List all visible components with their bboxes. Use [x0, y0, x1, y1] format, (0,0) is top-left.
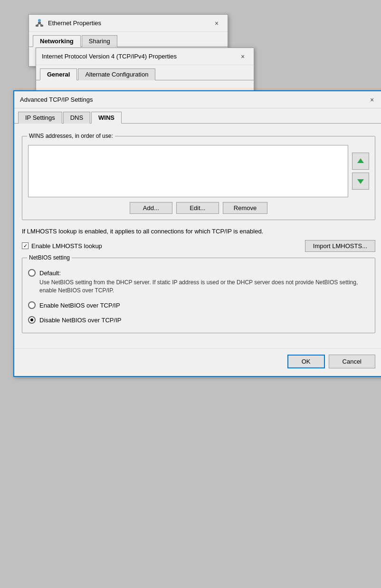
ethernet-title-bar: Ethernet Properties × — [29, 15, 228, 32]
ok-button[interactable]: OK — [287, 355, 325, 368]
radio-default-desc: Use NetBIOS setting from the DHCP server… — [39, 279, 369, 295]
svg-line-4 — [39, 24, 42, 25]
radio-enable-label: Enable NetBIOS over TCP/IP — [39, 301, 120, 310]
wins-section-title: WINS addresses, in order of use: — [27, 133, 115, 139]
wins-arrow-down-button[interactable] — [352, 173, 369, 190]
ipv4-tabs: General Alternate Configuration — [36, 65, 254, 80]
page-container: Ethernet Properties × Networking Sharing… — [10, 10, 371, 588]
tab-wins[interactable]: WINS — [91, 112, 122, 124]
ipv4-title-bar: Internet Protocol Version 4 (TCP/IPv4) P… — [36, 48, 254, 65]
ipv4-title-text: Internet Protocol Version 4 (TCP/IPv4) P… — [42, 53, 177, 60]
svg-rect-2 — [40, 25, 43, 27]
svg-point-5 — [38, 19, 41, 22]
wins-arrows — [352, 145, 369, 197]
svg-marker-7 — [357, 179, 364, 184]
advanced-title-bar: Advanced TCP/IP Settings × — [14, 91, 381, 108]
radio-default-row: Default: Use NetBIOS setting from the DH… — [28, 269, 369, 295]
tab-dns[interactable]: DNS — [63, 112, 90, 124]
tab-ip-settings[interactable]: IP Settings — [18, 112, 62, 124]
arrow-up-icon — [356, 157, 365, 165]
tab-general[interactable]: General — [40, 68, 77, 80]
svg-line-3 — [37, 24, 39, 25]
ethernet-tabs: Networking Sharing — [29, 32, 228, 47]
radio-disable-label: Disable NetBIOS over TCP/IP — [39, 316, 121, 325]
enable-lmhosts-text: Enable LMHOSTS lookup — [31, 242, 102, 250]
lmhosts-row: ✓ Enable LMHOSTS lookup Import LMHOSTS..… — [22, 240, 375, 252]
radio-disable-row: Disable NetBIOS over TCP/IP — [28, 316, 369, 325]
wins-add-button[interactable]: Add... — [130, 202, 172, 214]
enable-lmhosts-checkbox[interactable]: ✓ — [22, 242, 29, 249]
wins-listbox[interactable] — [28, 145, 348, 197]
wins-addresses-section: WINS addresses, in order of use: — [22, 136, 375, 220]
advanced-title-text: Advanced TCP/IP Settings — [20, 96, 93, 103]
svg-rect-0 — [36, 25, 38, 27]
wins-list-area — [28, 145, 369, 197]
wins-edit-button[interactable]: Edit... — [176, 202, 219, 214]
network-icon — [35, 19, 44, 28]
lmhosts-info-text: If LMHOSTS lookup is enabled, it applies… — [22, 227, 375, 236]
cancel-button[interactable]: Cancel — [329, 355, 375, 368]
tab-sharing[interactable]: Sharing — [82, 35, 117, 47]
advanced-tabs: IP Settings DNS WINS — [14, 108, 381, 124]
enable-lmhosts-label[interactable]: ✓ Enable LMHOSTS lookup — [22, 242, 102, 250]
ethernet-title-left: Ethernet Properties — [35, 19, 101, 28]
advanced-tcpip-window: Advanced TCP/IP Settings × IP Settings D… — [13, 90, 381, 377]
netbios-section: NetBIOS setting Default: Use NetBIOS set… — [22, 258, 375, 333]
radio-default[interactable] — [28, 269, 36, 277]
ethernet-close-button[interactable]: × — [211, 18, 222, 29]
advanced-close-button[interactable]: × — [367, 95, 377, 105]
arrow-down-icon — [356, 177, 365, 185]
radio-enable[interactable] — [28, 301, 36, 309]
tab-networking[interactable]: Networking — [33, 35, 81, 47]
radio-disable[interactable] — [28, 316, 36, 324]
svg-marker-6 — [357, 158, 364, 163]
netbios-section-title: NetBIOS setting — [27, 254, 72, 261]
radio-enable-row: Enable NetBIOS over TCP/IP — [28, 301, 369, 310]
radio-default-label: Default: — [39, 269, 369, 278]
wins-buttons: Add... Edit... Remove — [28, 202, 369, 214]
svg-rect-1 — [38, 22, 41, 24]
ipv4-close-button[interactable]: × — [238, 51, 248, 62]
wins-arrow-up-button[interactable] — [352, 153, 369, 170]
dialog-buttons: OK Cancel — [14, 348, 381, 376]
import-lmhosts-button[interactable]: Import LMHOSTS... — [305, 240, 375, 252]
wins-remove-button[interactable]: Remove — [223, 202, 267, 214]
advanced-title-left: Advanced TCP/IP Settings — [20, 96, 93, 103]
ethernet-title-text: Ethernet Properties — [48, 19, 101, 27]
wins-content: WINS addresses, in order of use: — [14, 124, 381, 348]
tab-alternate-config[interactable]: Alternate Configuration — [78, 68, 155, 80]
ipv4-title-left: Internet Protocol Version 4 (TCP/IPv4) P… — [42, 53, 177, 60]
radio-default-content: Default: Use NetBIOS setting from the DH… — [39, 269, 369, 295]
